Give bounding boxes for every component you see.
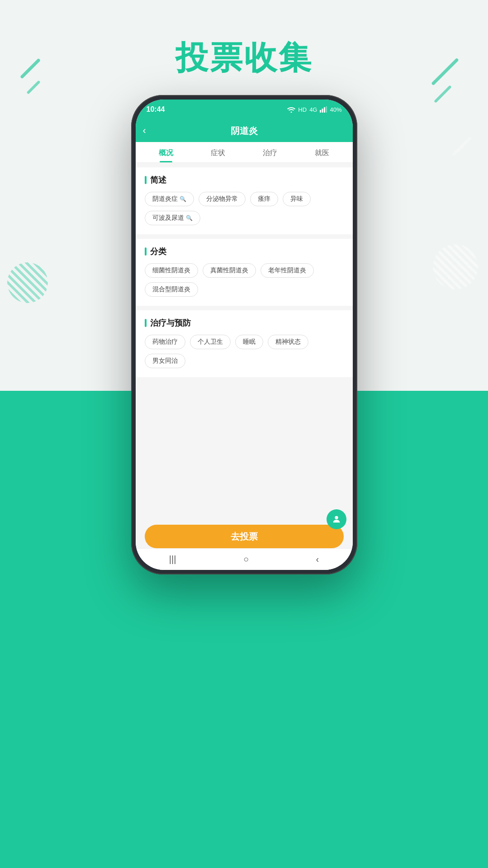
svg-rect-2 xyxy=(324,107,325,113)
tab-overview[interactable]: 概况 xyxy=(140,142,192,162)
tab-bar: 概况 症状 治疗 就医 xyxy=(136,142,353,163)
vote-button[interactable]: 去投票 xyxy=(145,525,344,548)
deco-circle-right xyxy=(433,244,478,289)
tag-fungal[interactable]: 真菌性阴道炎 xyxy=(203,263,256,278)
status-icons: HD 4G 40% xyxy=(287,106,341,113)
section-classification-title: 分类 xyxy=(145,246,344,257)
app-title: 阴道炎 xyxy=(231,125,258,137)
tab-medical[interactable]: 就医 xyxy=(296,142,348,162)
tag-senile[interactable]: 老年性阴道炎 xyxy=(261,263,314,278)
tag-couples[interactable]: 男女同治 xyxy=(145,354,185,368)
section-overview-title: 简述 xyxy=(145,175,344,185)
tab-treatment[interactable]: 治疗 xyxy=(244,142,296,162)
person-icon xyxy=(332,514,341,524)
tags-overview: 阴道炎症 🔍 分泌物异常 瘙痒 异味 xyxy=(145,192,344,225)
back-button[interactable]: ‹ xyxy=(143,125,146,137)
tag-secretion[interactable]: 分泌物异常 xyxy=(199,192,246,206)
nav-home-icon[interactable]: ○ xyxy=(243,554,249,564)
app-content: 概况 症状 治疗 就医 简述 阴道炎症 🔍 xyxy=(136,142,353,548)
svg-point-4 xyxy=(335,516,338,519)
status-battery: 40% xyxy=(330,106,341,113)
wifi-icon xyxy=(287,106,295,113)
nav-back-icon[interactable]: ||| xyxy=(169,554,176,564)
search-icon-2: 🔍 xyxy=(186,215,193,221)
scroll-area: 简述 阴道炎症 🔍 分泌物异常 瘙痒 xyxy=(136,163,353,548)
phone-mockup: 10:44 HD 4G xyxy=(131,95,357,574)
status-hd: HD xyxy=(298,106,307,113)
app-header: ‹ 阴道炎 xyxy=(136,119,353,142)
nav-recent-icon[interactable]: ‹ xyxy=(316,554,319,564)
float-icon[interactable] xyxy=(327,509,346,529)
tag-sleep[interactable]: 睡眠 xyxy=(235,335,263,349)
tag-mixed[interactable]: 混合型阴道炎 xyxy=(145,282,198,297)
tag-hygiene[interactable]: 个人卫生 xyxy=(190,335,231,349)
tag-bacterial[interactable]: 细菌性阴道炎 xyxy=(145,263,198,278)
tags-treatment: 药物治疗 个人卫生 睡眠 精神状态 xyxy=(145,335,344,368)
vote-button-label: 去投票 xyxy=(231,531,258,543)
signal-icon xyxy=(320,106,327,113)
tag-urethra[interactable]: 可波及尿道 🔍 xyxy=(145,211,200,225)
page-title: 投票收集 xyxy=(0,36,488,80)
tags-classification: 细菌性阴道炎 真菌性阴道炎 老年性阴道炎 混合型阴道炎 xyxy=(145,263,344,297)
tab-symptoms[interactable]: 症状 xyxy=(192,142,244,162)
tag-medication[interactable]: 药物治疗 xyxy=(145,335,185,349)
tag-odor[interactable]: 异味 xyxy=(283,192,311,206)
svg-rect-3 xyxy=(326,106,327,113)
search-icon-1: 🔍 xyxy=(180,196,186,202)
tag-vaginitis-symptom[interactable]: 阴道炎症 🔍 xyxy=(145,192,194,206)
svg-rect-1 xyxy=(322,109,323,113)
status-time: 10:44 xyxy=(147,105,165,114)
tag-itching[interactable]: 瘙痒 xyxy=(250,192,278,206)
phone-nav: ||| ○ ‹ xyxy=(136,548,353,570)
svg-rect-0 xyxy=(320,110,321,113)
status-4g: 4G xyxy=(309,106,317,113)
section-classification: 分类 细菌性阴道炎 真菌性阴道炎 老年性阴道炎 xyxy=(136,239,353,306)
deco-circle-left xyxy=(7,262,48,303)
status-bar: 10:44 HD 4G xyxy=(136,100,353,119)
section-treatment-title: 治疗与预防 xyxy=(145,318,344,328)
phone-inner: 10:44 HD 4G xyxy=(136,100,353,570)
section-treatment: 治疗与预防 药物治疗 个人卫生 睡眠 xyxy=(136,310,353,377)
section-overview: 简述 阴道炎症 🔍 分泌物异常 瘙痒 xyxy=(136,167,353,234)
phone-outer: 10:44 HD 4G xyxy=(131,95,357,574)
tag-mental[interactable]: 精神状态 xyxy=(268,335,308,349)
